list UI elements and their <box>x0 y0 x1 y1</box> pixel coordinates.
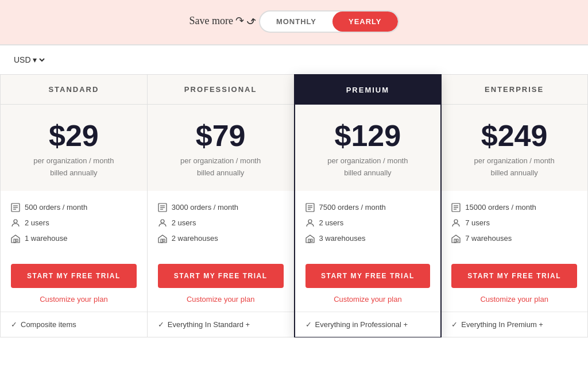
cta-button-enterprise[interactable]: START MY FREE TRIAL <box>451 264 577 288</box>
plan-price-section-standard: $29 per organization / monthbilled annua… <box>1 105 147 191</box>
plan-footer-standard: ✓ Composite items <box>1 312 147 337</box>
feature-icon <box>305 202 315 212</box>
plan-name-premium: PREMIUM <box>305 86 431 94</box>
check-icon: ✓ <box>158 320 164 329</box>
feature-text: 7 warehouses <box>465 234 512 243</box>
footer-feature-text: Composite items <box>21 320 76 329</box>
price-period-standard: per organization / monthbilled annually <box>11 155 137 179</box>
plan-footer-professional: ✓ Everything In Standard + <box>148 312 294 337</box>
feature-item: 3 warehouses <box>305 233 431 243</box>
check-icon: ✓ <box>305 320 312 329</box>
plan-name-standard: STANDARD <box>11 85 137 94</box>
price-period-enterprise: per organization / monthbilled annually <box>451 155 577 179</box>
svg-point-18 <box>308 220 312 223</box>
feature-icon <box>11 218 20 228</box>
check-icon: ✓ <box>11 320 17 329</box>
feature-item: 7 warehouses <box>451 233 577 243</box>
svg-point-25 <box>454 220 458 223</box>
cta-button-professional[interactable]: START MY FREE TRIAL <box>158 264 284 288</box>
footer-feature-enterprise: ✓ Everything In Premium + <box>451 320 577 329</box>
feature-icon <box>158 233 167 243</box>
feature-icon <box>158 202 167 212</box>
plan-col-standard: STANDARD $29 per organization / monthbil… <box>1 75 148 337</box>
plan-price-section-enterprise: $249 per organization / monthbilled annu… <box>441 105 587 191</box>
feature-text: 7 users <box>465 218 490 227</box>
feature-text: 7500 orders / month <box>319 203 386 212</box>
plan-footer-enterprise: ✓ Everything In Premium + <box>441 312 587 337</box>
svg-rect-5 <box>14 239 16 243</box>
plan-footer-premium: ✓ Everything in Professional + <box>295 312 441 337</box>
currency-row: USD ▾ EUR ▾ GBP ▾ <box>0 45 588 74</box>
footer-feature-text: Everything In Standard + <box>168 320 250 329</box>
plan-header-enterprise: ENTERPRISE <box>441 75 587 105</box>
feature-item: 2 users <box>11 218 137 228</box>
price-amount-premium: $129 <box>305 121 431 151</box>
cta-button-premium[interactable]: START My FREE TRIAL <box>305 264 431 288</box>
price-period-professional: per organization / monthbilled annually <box>158 155 284 179</box>
feature-item: 7500 orders / month <box>305 202 431 212</box>
feature-item: 3000 orders / month <box>158 202 284 212</box>
customize-link-premium[interactable]: Customize your plan <box>334 295 402 304</box>
feature-item: 2 users <box>305 218 431 228</box>
plan-price-section-premium: $129 per organization / monthbilled annu… <box>295 105 441 191</box>
feature-icon <box>305 233 315 243</box>
svg-point-4 <box>14 220 17 223</box>
customize-link-standard[interactable]: Customize your plan <box>40 295 108 304</box>
save-more-label: Save more ↷ <box>189 13 256 27</box>
svg-rect-12 <box>161 239 163 243</box>
plan-header-professional: PROFESSIONAL <box>148 75 294 105</box>
plan-col-professional: PROFESSIONAL $79 per organization / mont… <box>148 75 295 337</box>
feature-text: 2 users <box>319 218 344 227</box>
plan-cta-standard: START MY FREE TRIAL Customize your plan <box>1 258 147 312</box>
plan-cta-premium: START My FREE TRIAL Customize your plan <box>295 258 441 312</box>
footer-feature-premium: ✓ Everything in Professional + <box>305 320 431 329</box>
customize-link-enterprise[interactable]: Customize your plan <box>480 295 548 304</box>
cta-button-standard[interactable]: START MY FREE TRIAL <box>11 264 137 288</box>
svg-rect-19 <box>308 239 310 243</box>
price-amount-professional: $79 <box>158 121 284 151</box>
currency-selector[interactable]: USD ▾ EUR ▾ GBP ▾ <box>11 55 47 65</box>
billing-toggle: MONTHLY YEARLY <box>259 10 399 33</box>
plan-features-premium: 7500 orders / month 2 users 3 warehouses <box>295 191 441 259</box>
yearly-toggle[interactable]: YEARLY <box>332 11 398 32</box>
footer-feature-text: Everything in Professional + <box>315 320 408 329</box>
feature-text: 3 warehouses <box>319 234 366 243</box>
plan-features-professional: 3000 orders / month 2 users 2 warehouses <box>148 191 294 259</box>
check-icon: ✓ <box>451 320 458 329</box>
feature-text: 2 warehouses <box>172 234 218 243</box>
plan-name-enterprise: ENTERPRISE <box>451 85 577 94</box>
plan-col-premium: PREMIUM $129 per organization / monthbil… <box>294 74 442 337</box>
feature-text: 1 warehouse <box>25 234 67 243</box>
feature-icon <box>11 233 20 243</box>
footer-feature-professional: ✓ Everything In Standard + <box>158 320 284 329</box>
price-period-premium: per organization / monthbilled annually <box>305 155 431 179</box>
pricing-grid: STANDARD $29 per organization / monthbil… <box>0 74 588 337</box>
customize-link-professional[interactable]: Customize your plan <box>187 295 255 304</box>
feature-text: 15000 orders / month <box>465 203 536 212</box>
svg-rect-20 <box>311 239 312 241</box>
plan-cta-professional: START MY FREE TRIAL Customize your plan <box>148 258 294 312</box>
svg-rect-6 <box>16 239 18 241</box>
plan-header-standard: STANDARD <box>1 75 147 105</box>
feature-item: 2 warehouses <box>158 233 284 243</box>
price-amount-standard: $29 <box>11 121 137 151</box>
feature-text: 2 users <box>25 218 49 227</box>
plan-features-standard: 500 orders / month 2 users 1 warehouse <box>1 191 147 259</box>
svg-rect-26 <box>454 239 456 243</box>
feature-icon <box>305 218 315 228</box>
feature-text: 3000 orders / month <box>172 203 238 212</box>
feature-text: 500 orders / month <box>25 203 87 212</box>
feature-icon <box>451 218 461 228</box>
plan-cta-enterprise: START MY FREE TRIAL Customize your plan <box>441 258 587 312</box>
feature-icon <box>451 202 461 212</box>
banner-divider <box>0 44 588 45</box>
feature-item: 1 warehouse <box>11 233 137 243</box>
plan-price-section-professional: $79 per organization / monthbilled annua… <box>148 105 294 191</box>
plan-name-professional: PROFESSIONAL <box>158 85 284 94</box>
monthly-toggle[interactable]: MONTHLY <box>260 11 332 32</box>
feature-icon <box>11 202 20 212</box>
plan-col-enterprise: ENTERPRISE $249 per organization / month… <box>441 75 588 337</box>
feature-item: 2 users <box>158 218 284 228</box>
footer-feature-standard: ✓ Composite items <box>11 320 137 329</box>
svg-point-11 <box>161 220 164 223</box>
